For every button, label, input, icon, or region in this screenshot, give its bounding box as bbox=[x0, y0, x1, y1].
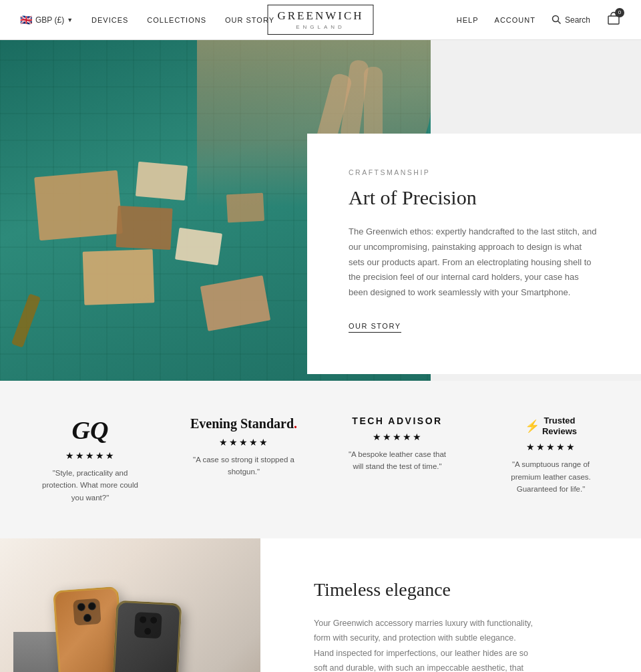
press-item-tr: ⚡ TrustedReviews ★★★★★ "A sumptuous rang… bbox=[474, 415, 628, 495]
cart-button[interactable]: 0 bbox=[606, 11, 621, 29]
press-section: GQ ★★★★★ "Style, practicality and protec… bbox=[0, 381, 641, 538]
press-logo-gq: GQ bbox=[19, 415, 162, 445]
trusted-reviews-text: TrustedReviews bbox=[542, 415, 577, 436]
press-quote-ta: "A bespoke leather case that will stand … bbox=[344, 448, 451, 473]
search-icon bbox=[552, 15, 562, 25]
nav-right-group: HELP ACCOUNT Search 0 bbox=[457, 11, 621, 29]
press-item-ta: TECH ADVISOR ★★★★★ "A bespoke leather ca… bbox=[320, 415, 474, 473]
nav-link-account[interactable]: ACCOUNT bbox=[495, 16, 536, 24]
press-item-es: Evening Standard. ★★★★★ "A case so stron… bbox=[167, 415, 320, 478]
search-button[interactable]: Search bbox=[552, 15, 590, 25]
press-quote-tr: "A sumptuous range of premium leather ca… bbox=[497, 458, 604, 495]
leather-piece-2 bbox=[116, 206, 172, 250]
leather-piece-4 bbox=[175, 228, 222, 266]
press-stars-tr: ★★★★★ bbox=[479, 442, 622, 453]
logo-line2: ENGLAND bbox=[278, 24, 364, 30]
nav-link-devices[interactable]: DEVICES bbox=[91, 16, 128, 24]
currency-selector[interactable]: 🇬🇧 GBP (£) ▼ bbox=[20, 14, 73, 26]
press-logo-tr: ⚡ TrustedReviews bbox=[479, 415, 622, 436]
hero-body: The Greenwich ethos: expertly handcrafte… bbox=[349, 224, 600, 301]
timeless-section: Timeless elegance Your Greenwich accesso… bbox=[0, 538, 641, 672]
timeless-body: Your Greenwich accessory marries luxury … bbox=[314, 616, 534, 672]
svg-point-0 bbox=[552, 16, 558, 22]
press-item-gq: GQ ★★★★★ "Style, practicality and protec… bbox=[13, 415, 167, 504]
flag-icon: 🇬🇧 bbox=[20, 14, 33, 26]
logo[interactable]: GREENWICH ENGLAND bbox=[268, 5, 374, 34]
leather-piece-1 bbox=[34, 170, 123, 241]
logo-line1: GREENWICH bbox=[278, 9, 364, 23]
press-logo-es: Evening Standard. bbox=[172, 415, 315, 432]
navbar: 🇬🇧 GBP (£) ▼ DEVICES COLLECTIONS OUR STO… bbox=[0, 0, 641, 40]
press-stars-es: ★★★★★ bbox=[172, 437, 315, 448]
gold-frame-2 bbox=[112, 602, 181, 672]
press-logo-ta: TECH ADVISOR bbox=[326, 415, 469, 426]
dropdown-icon: ▼ bbox=[67, 17, 73, 23]
nav-link-collections[interactable]: COLLECTIONS bbox=[147, 16, 206, 24]
lightning-icon: ⚡ bbox=[525, 419, 540, 434]
cart-badge: 0 bbox=[615, 8, 624, 17]
craftsmanship-label: CRAFTSMANSHIP bbox=[349, 168, 600, 176]
timeless-image bbox=[0, 538, 260, 672]
press-quote-gq: "Style, practicality and protection. Wha… bbox=[37, 467, 144, 504]
phone-case-2 bbox=[110, 601, 182, 672]
hero-title: Art of Precision bbox=[349, 186, 600, 210]
hero-card: CRAFTSMANSHIP Art of Precision The Green… bbox=[307, 134, 641, 374]
our-story-link[interactable]: OUR STORY bbox=[349, 322, 401, 333]
leather-piece-6 bbox=[136, 162, 188, 200]
hero-section: CRAFTSMANSHIP Art of Precision The Green… bbox=[0, 40, 641, 381]
press-stars-gq: ★★★★★ bbox=[19, 450, 162, 462]
nav-link-help[interactable]: HELP bbox=[457, 16, 479, 24]
currency-label: GBP (£) bbox=[35, 15, 64, 25]
press-stars-ta: ★★★★★ bbox=[326, 432, 469, 443]
timeless-content: Timeless elegance Your Greenwich accesso… bbox=[260, 538, 641, 672]
svg-line-1 bbox=[558, 21, 560, 24]
search-label: Search bbox=[565, 15, 590, 25]
timeless-title: Timeless elegance bbox=[314, 578, 598, 601]
nav-left-group: 🇬🇧 GBP (£) ▼ DEVICES COLLECTIONS OUR STO… bbox=[20, 14, 274, 26]
leather-piece-3 bbox=[83, 249, 155, 305]
press-quote-es: "A case so strong it stopped a shotgun." bbox=[190, 454, 297, 478]
finger-3 bbox=[364, 67, 383, 144]
